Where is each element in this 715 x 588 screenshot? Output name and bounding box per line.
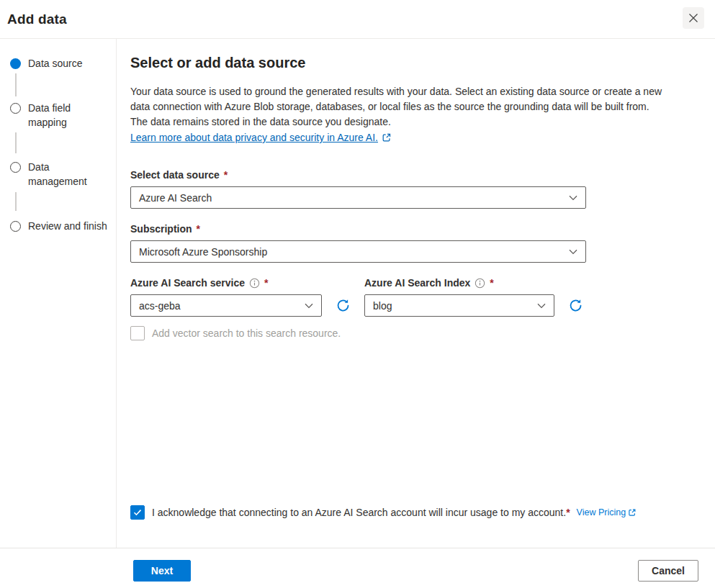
step-circle-filled-icon [10,58,21,69]
checkmark-icon [133,509,142,516]
step-connector [15,132,17,153]
stepper-item-label: Review and finish [28,219,107,233]
stepper-item-label: Data source [28,56,82,71]
refresh-service-button[interactable] [335,297,351,313]
stepper-item-data-source[interactable]: Data source [10,56,111,71]
step-connector [15,192,17,211]
required-asterisk: * [490,277,493,289]
subscription-select[interactable]: Microsoft Azure Sponsorship [130,240,586,263]
privacy-link[interactable]: Learn more about data privacy and securi… [130,132,378,143]
footer-divider [0,548,715,548]
stepper-item-data-field-mapping[interactable]: Data field mapping [10,101,111,130]
info-icon[interactable] [249,278,260,289]
subscription-label: Subscription * [130,223,200,235]
cancel-button[interactable]: Cancel [638,560,698,582]
required-asterisk: * [197,223,200,235]
dialog-title: Add data [7,12,67,27]
page-title: Select or add data source [130,55,305,71]
stepper-divider [116,39,117,548]
data-source-select[interactable]: Azure AI Search [130,186,586,209]
vector-search-label: Add vector search to this search resourc… [152,327,341,339]
search-index-value: blog [373,300,392,312]
vector-search-checkbox[interactable] [130,326,145,340]
dialog-header: Add data [0,0,715,39]
step-circle-outline-icon [10,103,21,114]
search-index-label: Azure AI Search Index * [364,277,494,289]
refresh-icon [336,298,351,313]
step-circle-outline-icon [10,162,21,173]
acknowledge-checkbox[interactable] [130,505,145,520]
stepper-item-review-and-finish[interactable]: Review and finish [10,219,111,233]
search-service-label: Azure AI Search service * [130,277,268,289]
required-asterisk: * [566,507,570,518]
external-link-icon [382,132,392,143]
description-text: Your data source is used to ground the g… [130,84,663,130]
next-button[interactable]: Next [133,560,191,582]
chevron-down-icon [569,249,577,255]
step-circle-outline-icon [10,221,21,232]
search-service-value: acs-geba [139,300,181,312]
stepper-item-label: Data management [28,160,111,189]
acknowledge-label: I acknowledge that connecting to an Azur… [152,507,570,518]
search-index-select[interactable]: blog [364,294,554,317]
add-data-dialog: Add data Data source Data field mapping … [0,0,715,588]
step-connector [15,73,17,96]
external-link-icon [628,508,637,517]
search-service-select[interactable]: acs-geba [130,294,322,317]
refresh-index-button[interactable] [567,297,583,313]
stepper-item-data-management[interactable]: Data management [10,160,111,189]
refresh-icon [568,298,583,313]
chevron-down-icon [305,303,313,309]
info-icon[interactable] [475,278,485,289]
required-asterisk: * [224,169,228,181]
stepper-item-label: Data field mapping [28,101,111,130]
view-pricing-link[interactable]: View Pricing [577,507,637,517]
chevron-down-icon [569,195,577,201]
subscription-value: Microsoft Azure Sponsorship [139,246,267,258]
data-source-label: Select data source * [130,169,228,181]
data-source-value: Azure AI Search [139,192,212,204]
chevron-down-icon [537,303,546,309]
close-icon [688,13,698,23]
required-asterisk: * [264,277,268,289]
close-button[interactable] [683,7,704,29]
